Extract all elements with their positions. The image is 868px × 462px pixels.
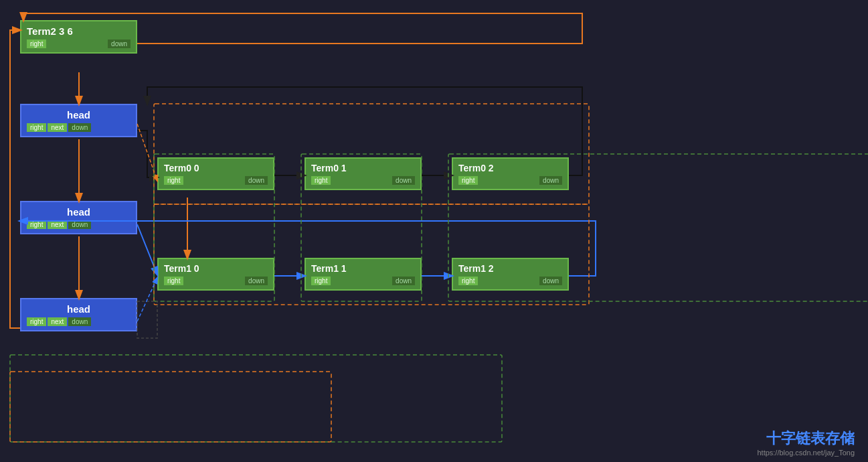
head3-node: head right next down — [20, 298, 137, 331]
term2-right: right — [27, 40, 46, 48]
term00-label: Term0 0 — [164, 163, 268, 173]
watermark-url: https://blog.csdn.net/jay_Tong — [757, 449, 855, 457]
term00-down: down — [245, 176, 268, 185]
head1-node: head right next down — [20, 104, 137, 137]
term11-down: down — [392, 277, 415, 285]
term02-right: right — [458, 176, 478, 185]
term02-node: Term0 2 right down — [452, 157, 569, 190]
term00-node: Term0 0 right down — [157, 157, 274, 190]
term10-label: Term1 0 — [164, 263, 268, 274]
head2-down: down — [68, 220, 91, 229]
term10-node: Term1 0 right down — [157, 258, 274, 291]
head2-node: head right next down — [20, 201, 137, 234]
term01-right: right — [311, 176, 331, 185]
svg-rect-16 — [10, 372, 331, 442]
head1-right: right — [27, 123, 46, 132]
head3-next: next — [48, 317, 67, 326]
term01-node: Term0 1 right down — [305, 157, 422, 190]
term00-right: right — [164, 176, 183, 185]
term12-down: down — [539, 277, 562, 285]
head2-next: next — [48, 220, 67, 229]
svg-rect-15 — [10, 355, 502, 442]
term01-down: down — [392, 176, 415, 185]
head3-label: head — [27, 303, 131, 315]
head1-down: down — [68, 123, 91, 132]
term11-node: Term1 1 right down — [305, 258, 422, 291]
term02-down: down — [539, 176, 562, 185]
term11-label: Term1 1 — [311, 263, 415, 274]
head1-next: next — [48, 123, 67, 132]
term01-label: Term0 1 — [311, 163, 415, 173]
term12-right: right — [458, 277, 478, 285]
term2-label: Term2 3 6 — [27, 25, 131, 37]
head2-right: right — [27, 220, 46, 229]
head1-label: head — [27, 109, 131, 121]
term2-down: down — [108, 40, 131, 48]
watermark-title: 十字链表存储 — [766, 429, 855, 449]
svg-line-5 — [137, 124, 157, 181]
term02-label: Term0 2 — [458, 163, 562, 173]
term12-label: Term1 2 — [458, 263, 562, 274]
term11-right: right — [311, 277, 331, 285]
head3-down: down — [68, 317, 91, 326]
term12-node: Term1 2 right down — [452, 258, 569, 291]
head3-right: right — [27, 317, 46, 326]
svg-line-9 — [137, 224, 157, 275]
head2-label: head — [27, 206, 131, 218]
term10-down: down — [245, 277, 268, 285]
svg-line-18 — [137, 278, 157, 321]
term2-node: Term2 3 6 right down — [20, 20, 137, 54]
svg-rect-17 — [137, 301, 157, 338]
term10-right: right — [164, 277, 183, 285]
